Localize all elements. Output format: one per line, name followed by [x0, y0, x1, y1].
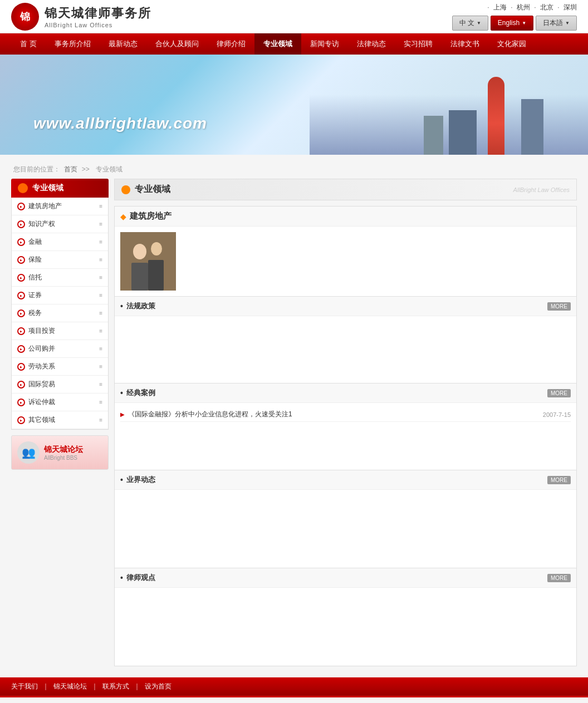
svg-point-2 — [151, 242, 162, 255]
footer-info: 锦 锦天城律师事务所 AllBright Law Offices 版权所有 上海… — [0, 696, 588, 703]
sidebar-item-label: 信托 — [28, 273, 42, 282]
sidebar-item-construction[interactable]: 建筑房地产 ≡ — [12, 198, 108, 215]
footer-link-about[interactable]: 关于我们 — [11, 682, 38, 691]
banner-building2 — [449, 110, 477, 155]
sidebar-item-label: 金融 — [28, 237, 42, 247]
footer-sep: ｜ — [42, 682, 49, 691]
area-image-svg — [120, 232, 176, 291]
city-beijing[interactable]: 北京 — [540, 3, 553, 11]
sidebar-title: 专业领域 — [11, 179, 109, 198]
sidebar-item-ip[interactable]: 知识产权 ≡ — [12, 215, 108, 233]
footer-link-contact[interactable]: 联系方式 — [102, 682, 129, 691]
subsection-bullet-icon: • — [120, 475, 123, 484]
nav-home[interactable]: 首 页 — [11, 33, 46, 55]
right-content: 专业领域 AllBright Law Offices ◆ 建筑房地产 — [114, 179, 577, 672]
city-shenzhen[interactable]: 深圳 — [564, 3, 577, 11]
subsection-cases: • 经典案例 MORE ▶ 《国际金融报》分析中小企业信息化进程，火速受关注1 … — [115, 383, 576, 470]
news-date: 2007-7-15 — [543, 411, 571, 418]
sidebar-item-left: 证券 — [17, 291, 42, 300]
lang-zh-button[interactable]: 中 文 ▼ — [452, 16, 488, 31]
sidebar-item-ma[interactable]: 公司购并 ≡ — [12, 340, 108, 358]
subsection-bullet-icon: • — [120, 389, 123, 397]
sidebar-item-investment[interactable]: 项目投资 ≡ — [12, 322, 108, 340]
sidebar-lines-icon: ≡ — [99, 328, 102, 334]
footer-link-homepage[interactable]: 设为首页 — [145, 682, 171, 691]
lang-jp-button[interactable]: 日本語 ▼ — [536, 16, 577, 31]
sidebar-item-finance[interactable]: 金融 ≡ — [12, 233, 108, 251]
forum-text: 锦天城论坛 AllBright BBS — [44, 445, 83, 461]
sidebar-item-label: 劳动关系 — [28, 362, 55, 371]
sidebar-bullet-icon — [17, 274, 25, 282]
sidebar-item-left: 建筑房地产 — [17, 201, 62, 211]
sidebar-menu: 建筑房地产 ≡ 知识产权 ≡ 金融 ≡ — [11, 198, 109, 430]
industry-more-button[interactable]: MORE — [547, 476, 571, 484]
section-header-title: 专业领域 — [135, 184, 170, 195]
forum-banner[interactable]: 👥 锦天城论坛 AllBright BBS — [11, 435, 109, 470]
area-content — [115, 227, 576, 296]
city-sep4: · — [557, 3, 559, 11]
subsection-regulations-title: • 法规政策 — [120, 301, 155, 311]
main-nav: 首 页 事务所介绍 最新动态 合伙人及顾问 律师介绍 专业领域 新闻专访 法律动… — [0, 33, 588, 55]
lang-en-button[interactable]: English ▼ — [491, 16, 533, 31]
city-links: · 上海 · 杭州 · 北京 · 深圳 — [485, 3, 577, 12]
subsection-bullet-icon: • — [120, 573, 123, 582]
sidebar-lines-icon: ≡ — [99, 310, 102, 316]
sidebar-item-securities[interactable]: 证券 ≡ — [12, 287, 108, 304]
subsection-regulations: • 法规政策 MORE — [115, 296, 576, 383]
sidebar-item-tax[interactable]: 税务 ≡ — [12, 304, 108, 322]
top-right: · 上海 · 杭州 · 北京 · 深圳 中 文 ▼ English ▼ 日本語 … — [452, 3, 577, 31]
banner-tower-icon — [488, 77, 504, 155]
sidebar-lines-icon: ≡ — [99, 203, 102, 209]
sidebar-item-label: 诉讼仲裁 — [28, 397, 55, 407]
city-hangzhou[interactable]: 杭州 — [517, 3, 530, 11]
subsection-industry-label: 业界动态 — [126, 475, 155, 485]
sidebar-item-label: 保险 — [28, 255, 42, 264]
subsection-opinion-header: • 律师观点 MORE — [115, 568, 576, 588]
section-header: 专业领域 AllBright Law Offices — [114, 179, 577, 200]
sidebar-title-text: 专业领域 — [32, 183, 63, 193]
banner-url: www.allbrightlaw.com — [33, 115, 207, 132]
banner-building3 — [424, 116, 443, 155]
cases-more-button[interactable]: MORE — [547, 389, 571, 397]
sidebar-item-trade[interactable]: 国际贸易 ≡ — [12, 376, 108, 394]
breadcrumb-text: 您目前的位置： — [13, 165, 60, 173]
nav-legal-docs[interactable]: 法律文书 — [442, 33, 488, 55]
nav-lawyers[interactable]: 律师介绍 — [208, 33, 254, 55]
banner-building1 — [521, 99, 543, 155]
sidebar-item-label: 证券 — [28, 291, 42, 300]
opinion-more-button[interactable]: MORE — [547, 574, 571, 582]
area-image — [120, 232, 176, 291]
sidebar-lines-icon: ≡ — [99, 257, 102, 263]
svg-point-1 — [133, 244, 146, 259]
nav-news[interactable]: 最新动态 — [100, 33, 146, 55]
sidebar-bullet-icon — [17, 363, 25, 371]
news-arrow-icon: ▶ — [120, 411, 125, 417]
sidebar-bullet-icon — [17, 292, 25, 299]
subsection-cases-label: 经典案例 — [126, 388, 155, 398]
nav-culture[interactable]: 文化家园 — [488, 33, 535, 55]
city-shanghai[interactable]: 上海 — [493, 3, 507, 11]
sidebar-item-label: 其它领域 — [28, 415, 55, 425]
sidebar-item-insurance[interactable]: 保险 ≡ — [12, 251, 108, 269]
sidebar-item-litigation[interactable]: 诉讼仲裁 ≡ — [12, 394, 108, 411]
breadcrumb-home[interactable]: 首页 — [64, 165, 77, 173]
subsection-regulations-label: 法规政策 — [126, 301, 155, 311]
nav-internship[interactable]: 实习招聘 — [395, 33, 442, 55]
footer-link-forum[interactable]: 锦天城论坛 — [53, 682, 87, 691]
regulations-more-button[interactable]: MORE — [547, 302, 571, 311]
news-title[interactable]: 《国际金融报》分析中小企业信息化进程，火速受关注1 — [128, 410, 540, 419]
sidebar-item-left: 保险 — [17, 255, 42, 264]
nav-practice[interactable]: 专业领域 — [254, 33, 301, 55]
nav-legal-trends[interactable]: 法律动态 — [348, 33, 395, 55]
sidebar-item-trust[interactable]: 信托 ≡ — [12, 269, 108, 287]
nav-partners[interactable]: 合伙人及顾问 — [146, 33, 208, 55]
sidebar-lines-icon: ≡ — [99, 221, 102, 227]
nav-about[interactable]: 事务所介绍 — [46, 33, 100, 55]
subsection-cases-title: • 经典案例 — [120, 388, 155, 398]
nav-interview[interactable]: 新闻专访 — [301, 33, 348, 55]
news-item: ▶ 《国际金融报》分析中小企业信息化进程，火速受关注1 2007-7-15 — [120, 407, 571, 422]
sidebar-item-labor[interactable]: 劳动关系 ≡ — [12, 358, 108, 376]
sidebar-item-other[interactable]: 其它领域 ≡ — [12, 411, 108, 429]
subsection-opinion: • 律师观点 MORE — [115, 568, 576, 666]
logo-text: 锦天城律师事务所 AllBright Law Offices — [45, 5, 151, 28]
